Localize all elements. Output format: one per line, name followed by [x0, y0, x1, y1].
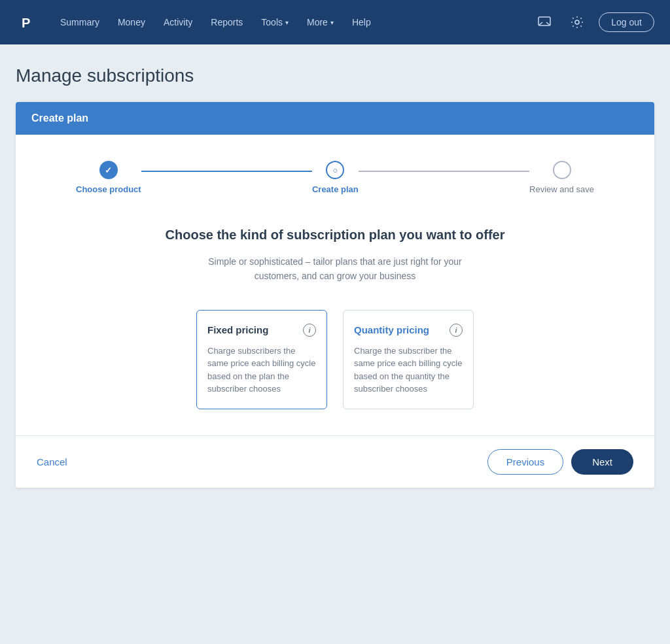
next-button[interactable]: Next — [571, 449, 633, 475]
nav-reports[interactable]: Reports — [203, 12, 251, 33]
more-chevron-icon: ▾ — [330, 19, 334, 26]
pricing-options: Fixed pricing i Charge subscribers the s… — [37, 310, 633, 409]
content-section: Choose the kind of subscription plan you… — [37, 226, 633, 284]
fixed-pricing-desc: Charge subscribers the same price each b… — [207, 345, 316, 396]
message-icon-button[interactable] — [533, 11, 555, 33]
fixed-pricing-title: Fixed pricing — [207, 324, 268, 335]
quantity-pricing-card[interactable]: Quantity pricing i Charge the subscriber… — [343, 310, 474, 409]
quantity-info-icon[interactable]: i — [450, 324, 463, 337]
step-line-1 — [141, 171, 312, 172]
fixed-info-icon[interactable]: i — [303, 324, 316, 337]
previous-button[interactable]: Previous — [487, 449, 563, 475]
nav-right: Log out — [533, 11, 654, 33]
quantity-card-header: Quantity pricing i — [354, 324, 463, 337]
stepper: ✓ Choose product ○ Create plan Review an… — [37, 161, 633, 194]
step-choose-product: ✓ Choose product — [76, 161, 141, 194]
fixed-pricing-card[interactable]: Fixed pricing i Charge subscribers the s… — [196, 310, 327, 409]
svg-text:P: P — [22, 16, 30, 30]
svg-point-2 — [575, 20, 579, 24]
main-card: Create plan ✓ Choose product ○ Create pl… — [16, 102, 654, 488]
step-review-save: Review and save — [529, 161, 594, 194]
card-header: Create plan — [16, 102, 654, 135]
nav-summary[interactable]: Summary — [52, 12, 107, 33]
nav-money[interactable]: Money — [110, 12, 153, 33]
content-heading: Choose the kind of subscription plan you… — [37, 226, 633, 244]
card-header-title: Create plan — [31, 112, 88, 124]
nav-more[interactable]: More ▾ — [299, 12, 342, 33]
step-line-2 — [359, 171, 529, 172]
page-title: Manage subscriptions — [16, 65, 654, 86]
step2-label: Create plan — [312, 184, 359, 194]
content-subtext: Simple or sophisticated – tailor plans t… — [198, 254, 472, 284]
footer-buttons: Previous Next — [487, 449, 633, 475]
settings-icon-button[interactable] — [566, 11, 588, 33]
tools-chevron-icon: ▾ — [285, 19, 289, 26]
cancel-link[interactable]: Cancel — [37, 456, 67, 467]
nav-tools[interactable]: Tools ▾ — [253, 12, 296, 33]
step1-label: Choose product — [76, 184, 141, 194]
step3-circle — [553, 161, 571, 179]
paypal-logo: P — [16, 10, 39, 34]
step1-circle: ✓ — [99, 161, 118, 179]
card-footer: Cancel Previous Next — [16, 435, 654, 488]
nav-help[interactable]: Help — [344, 12, 379, 33]
page-wrapper: Manage subscriptions Create plan ✓ Choos… — [0, 44, 670, 509]
navbar: P Summary Money Activity Reports Tools ▾… — [0, 0, 670, 44]
step-create-plan: ○ Create plan — [312, 161, 359, 194]
fixed-card-header: Fixed pricing i — [207, 324, 316, 337]
quantity-pricing-title: Quantity pricing — [354, 324, 429, 335]
nav-activity[interactable]: Activity — [156, 12, 200, 33]
step2-circle: ○ — [326, 161, 344, 179]
logout-button[interactable]: Log out — [599, 12, 654, 32]
nav-links: Summary Money Activity Reports Tools ▾ M… — [52, 12, 533, 33]
quantity-pricing-desc: Charge the subscriber the same price eac… — [354, 345, 463, 396]
card-body: ✓ Choose product ○ Create plan Review an… — [16, 135, 654, 435]
step3-label: Review and save — [529, 184, 594, 194]
